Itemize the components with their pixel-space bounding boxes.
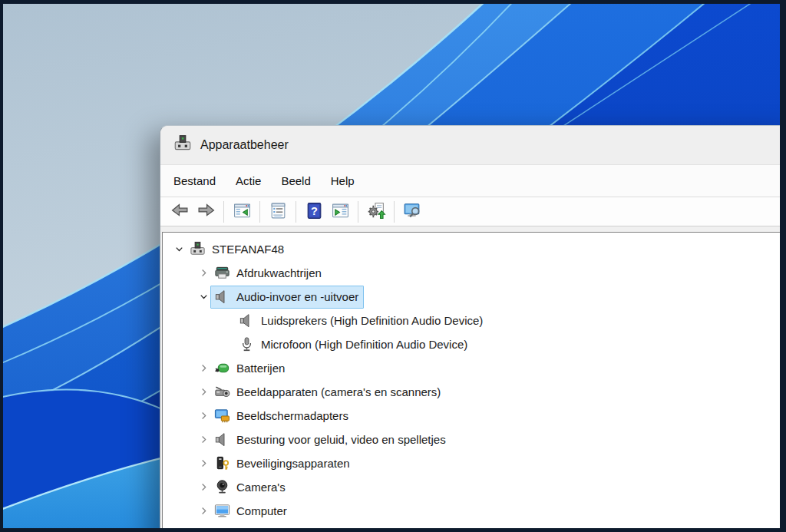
imaging-device-icon: [213, 383, 231, 401]
tree-node[interactable]: Camera's: [210, 476, 291, 499]
chevron-right-icon[interactable]: [196, 504, 210, 518]
chevron-right-icon[interactable]: [196, 409, 210, 423]
properties-window-icon: [269, 201, 288, 223]
titlebar: Apparaatbeheer: [160, 126, 786, 164]
chevron-down-icon[interactable]: [172, 243, 186, 256]
chevron-right-icon[interactable]: [196, 385, 210, 399]
menu-item-beeld[interactable]: Beeld: [271, 165, 320, 197]
chevron-spacer: [221, 314, 235, 328]
tree-node[interactable]: Luidsprekers (High Definition Audio Devi…: [235, 309, 488, 332]
toolbar: ?: [160, 197, 786, 226]
tree-row[interactable]: Beeldschermadapters: [163, 404, 786, 428]
tree-row[interactable]: Camera's: [163, 475, 786, 499]
tree-row[interactable]: Besturing voor geluid, video en spelletj…: [163, 428, 786, 451]
properties-button[interactable]: [265, 200, 291, 223]
tree-node-label: Beeldschermadapters: [236, 409, 348, 422]
speaker-icon: [237, 312, 256, 330]
tree-row[interactable]: Batterijen: [163, 356, 786, 380]
svg-text:?: ?: [311, 204, 318, 216]
device-tree: STEFANAF48AfdrukwachtrijenAudio-invoer e…: [162, 232, 786, 532]
chevron-right-icon[interactable]: [196, 266, 210, 280]
chevron-right-icon[interactable]: [196, 433, 210, 447]
tree-node-label: Audio-invoer en -uitvoer: [236, 290, 358, 303]
tree-node[interactable]: Computer: [210, 500, 292, 523]
toolbar-separator: [358, 201, 358, 223]
back-arrow-icon: [170, 201, 190, 223]
battery-icon: [213, 359, 231, 378]
tree-node-label: Beeldapparaten (camera's en scanners): [236, 385, 441, 398]
toolbar-separator: [296, 201, 296, 223]
printer-icon: [213, 264, 231, 283]
update-driver-button[interactable]: [399, 200, 425, 223]
toolbar-separator: [259, 201, 260, 223]
action-pane-window-icon: [331, 201, 350, 223]
tree-node[interactable]: Besturing voor geluid, video en spelletj…: [210, 428, 451, 451]
forward-arrow-icon: [196, 201, 216, 223]
chevron-right-icon[interactable]: [196, 481, 210, 494]
device-manager-icon: [188, 240, 206, 259]
tree-node[interactable]: Beeldschermadapters: [210, 405, 354, 428]
show-console-tree-button[interactable]: [229, 200, 255, 223]
tree-node[interactable]: Microfoon (High Definition Audio Device): [235, 333, 473, 356]
tree-node[interactable]: Beveiligingsapparaten: [210, 452, 355, 475]
tree-node[interactable]: STEFANAF48: [186, 238, 289, 261]
menubar: BestandActieBeeldHelp: [160, 164, 786, 197]
speaker-icon: [213, 288, 231, 306]
screenshot-border-right: [780, 0, 786, 532]
tree-row[interactable]: Luidsprekers (High Definition Audio Devi…: [163, 309, 786, 332]
tree-node-label: Beveiligingsapparaten: [236, 457, 350, 470]
toolbar-separator: [223, 201, 224, 223]
back-button[interactable]: [167, 200, 193, 223]
console-tree-window-icon: [233, 201, 252, 223]
scan-hardware-changes-button[interactable]: [363, 200, 389, 223]
tree-node-label: Luidsprekers (High Definition Audio Devi…: [261, 314, 483, 327]
tree-row[interactable]: Computer: [163, 499, 786, 523]
screenshot-border-top: [0, 0, 786, 4]
tree-row[interactable]: Beveiligingsapparaten: [163, 451, 786, 475]
tree-row[interactable]: Microfoon (High Definition Audio Device): [163, 332, 786, 356]
chevron-down-icon[interactable]: [196, 290, 210, 304]
tree-node[interactable]: Beeldapparaten (camera's en scanners): [210, 381, 446, 404]
tree-node-label: Batterijen: [236, 362, 285, 375]
tree-node-label: Computer: [236, 504, 287, 517]
device-manager-icon: [173, 134, 193, 157]
tree-node-label: STEFANAF48: [212, 243, 284, 256]
microphone-icon: [237, 335, 256, 354]
chevron-right-icon[interactable]: [196, 362, 210, 375]
tree-row[interactable]: Afdrukwachtrijen: [163, 261, 786, 285]
computer-monitor-icon: [213, 502, 231, 520]
sound-controller-icon: [213, 431, 231, 449]
menu-item-help[interactable]: Help: [321, 165, 365, 197]
chevron-spacer: [221, 338, 235, 352]
menu-item-actie[interactable]: Actie: [226, 165, 271, 197]
help-button[interactable]: ?: [301, 200, 327, 223]
tree-row[interactable]: STEFANAF48: [163, 237, 786, 261]
screenshot-border-left: [0, 0, 3, 532]
monitor-magnifier-icon: [403, 201, 422, 223]
security-device-icon: [213, 454, 231, 473]
forward-button[interactable]: [193, 200, 219, 223]
toolbar-separator: [394, 201, 395, 223]
tree-node[interactable]: Batterijen: [210, 357, 290, 380]
window-title: Apparaatbeheer: [200, 138, 289, 152]
screenshot-border-bottom: [0, 528, 786, 532]
chevron-right-icon[interactable]: [196, 457, 210, 471]
tree-node-label: Microfoon (High Definition Audio Device): [261, 338, 467, 351]
display-adapter-icon: [213, 407, 231, 425]
tree-node-label: Camera's: [236, 481, 286, 494]
tree-node[interactable]: Afdrukwachtrijen: [210, 262, 327, 285]
show-action-pane-button[interactable]: [327, 200, 353, 223]
tree-row[interactable]: Audio-invoer en -uitvoer: [163, 285, 786, 309]
tree-outer: STEFANAF48AfdrukwachtrijenAudio-invoer e…: [160, 226, 786, 532]
scan-gear-icon: [367, 201, 386, 223]
tree-node-selected[interactable]: Audio-invoer en -uitvoer: [210, 286, 364, 309]
menu-item-bestand[interactable]: Bestand: [163, 165, 226, 197]
tree-node-label: Besturing voor geluid, video en spelletj…: [236, 433, 446, 446]
help-icon: ?: [305, 201, 324, 223]
webcam-icon: [213, 478, 231, 497]
device-manager-window: Apparaatbeheer BestandActieBeeldHelp ? S…: [160, 125, 786, 532]
tree-row[interactable]: Beeldapparaten (camera's en scanners): [163, 380, 786, 404]
tree-node-label: Afdrukwachtrijen: [236, 266, 322, 279]
